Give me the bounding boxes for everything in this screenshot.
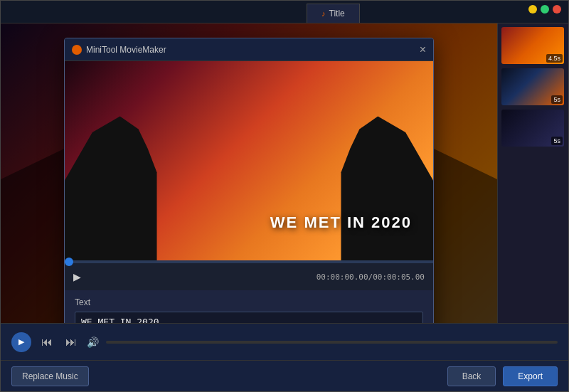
maximize-button[interactable] [541,5,549,14]
replace-music-button[interactable]: Replace Music [11,366,89,386]
modal-play-button[interactable]: ▶ [73,271,81,282]
thumbnail-duration-1: 4.5s [546,54,563,63]
modal-logo-icon [72,45,82,55]
modal-time-display: 00:00:00.00/00:00:05.00 [317,272,425,282]
back-button[interactable]: Back [447,366,496,386]
modal-seek-bar[interactable] [65,260,433,263]
thumbnail-duration-2: 5s [551,95,563,104]
modal-title-text: MiniTool MovieMaker [86,45,420,55]
previous-button[interactable]: ⏮ [38,334,55,350]
title-tab-icon: ♪ [321,9,326,18]
modal-title-bar: MiniTool MovieMaker × [65,38,433,61]
app-header: ♪ Title [1,1,568,23]
thumbnail-duration-3: 5s [551,137,563,145]
thumbnail-1[interactable]: 4.5s [501,27,565,64]
minimize-button[interactable] [528,5,537,14]
progress-track[interactable] [106,341,558,344]
content-area: MiniTool MovieMaker × WE MET IN 2020 [1,23,568,323]
close-button[interactable] [553,5,561,14]
main-preview: MiniTool MovieMaker × WE MET IN 2020 [1,23,497,323]
modal-overlay: MiniTool MovieMaker × WE MET IN 2020 [1,23,497,323]
volume-button[interactable]: 🔊 [87,337,99,348]
modal-text-label: Text [75,297,423,307]
thumbnail-2[interactable]: 5s [501,68,565,105]
hand-right [249,100,433,260]
right-panel: 4.5s 5s 5s [497,23,568,323]
playback-bar: ▶ ⏮ ⏭ 🔊 [1,323,568,360]
modal-video-preview: WE MET IN 2020 [65,61,433,260]
heart-silhouette [65,83,433,260]
bottom-bar: Replace Music Back Export [1,360,568,391]
window-controls [528,5,561,14]
modal-text-section: Text [65,290,433,323]
thumbnail-3[interactable]: 5s [501,110,565,147]
modal-text-input[interactable] [75,312,423,323]
hand-left [65,100,249,260]
modal-dialog: MiniTool MovieMaker × WE MET IN 2020 [64,38,434,323]
title-tab-label: Title [329,9,345,18]
play-button[interactable]: ▶ [11,332,31,352]
app-window: ♪ Title MiniTool MovieMaker × [0,0,569,392]
title-tab[interactable]: ♪ Title [307,4,360,23]
modal-seek-dot [65,258,73,266]
export-button[interactable]: Export [503,366,558,386]
overlay-text: WE MET IN 2020 [270,213,412,232]
next-button[interactable]: ⏭ [63,334,80,350]
modal-controls-row: ▶ 00:00:00.00/00:00:05.00 [65,263,433,290]
modal-close-button[interactable]: × [420,44,426,55]
